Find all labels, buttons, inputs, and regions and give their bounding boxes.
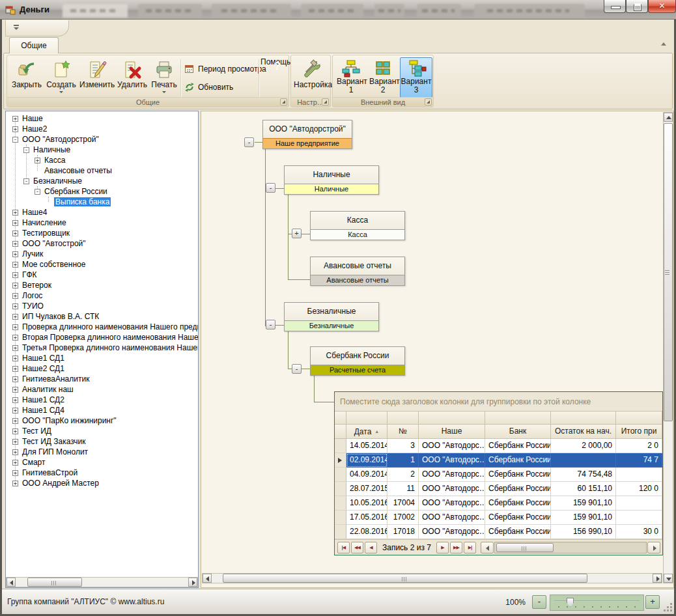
tree-expand-icon[interactable]: +	[12, 397, 18, 403]
tree-item[interactable]: +ООО "ПарКо инжиниринг"	[6, 415, 118, 426]
next-page-button[interactable]: ▶▶	[450, 542, 462, 553]
tree-expand-icon[interactable]: +	[12, 460, 18, 466]
grid-row[interactable]: 04.09.20142ООО "Автодорс…Сбербанк России…	[335, 468, 662, 482]
grid-row[interactable]: 10.05.201617004ООО "Автодорс…Сбербанк Ро…	[335, 496, 662, 511]
tree-expand-icon[interactable]: -	[12, 137, 18, 143]
print-button[interactable]: Печать	[149, 57, 179, 98]
tree-expand-icon[interactable]: +	[12, 356, 18, 361]
tree-item[interactable]: +ИП Чулаков В.А. СТК	[6, 311, 100, 322]
tree-item[interactable]: +Проверка длинного наименования Нашего п…	[6, 322, 199, 332]
tree-expand-icon[interactable]: +	[12, 283, 18, 288]
column-header-number[interactable]: №	[387, 425, 419, 439]
first-record-button[interactable]: |◀	[337, 542, 350, 553]
tree-item[interactable]: +Вторая Проверка длинного наименования Н…	[6, 332, 199, 343]
tree-item[interactable]: +Наше1 СД2	[6, 395, 66, 405]
tree-expand-icon[interactable]: +	[12, 324, 18, 330]
main-horizontal-scrollbar[interactable]	[202, 573, 662, 583]
tree-expand-icon[interactable]: +	[12, 220, 18, 226]
tree-item[interactable]: +Логос	[6, 290, 44, 301]
scroll-down-icon[interactable]	[664, 574, 673, 583]
tree-item[interactable]: +Мое собственное	[6, 259, 87, 270]
scrollbar-thumb[interactable]	[27, 578, 82, 587]
tree-expand-icon[interactable]: +	[12, 210, 18, 216]
scrollbar-thumb[interactable]	[496, 543, 554, 552]
tree-expand-icon[interactable]: +	[12, 262, 18, 268]
tree-item[interactable]: +Аналитик наш	[6, 384, 75, 395]
minimize-button[interactable]	[604, 0, 626, 13]
zoom-in-button[interactable]: +	[645, 595, 660, 609]
refresh-button[interactable]: Обновить	[184, 80, 233, 94]
diagram-node-advance-reports[interactable]: Авансовые отчеты Авансовые отчеты	[310, 257, 405, 286]
tree-expand-icon[interactable]: +	[12, 241, 18, 247]
tree-item[interactable]: +Для ГИП Монолит	[6, 447, 89, 457]
qat-customize-chevron-icon[interactable]	[13, 25, 20, 32]
tree-expand-icon[interactable]: +	[12, 387, 18, 393]
background-tab[interactable]	[474, 4, 585, 18]
background-tab[interactable]	[417, 4, 461, 18]
tree-expand-icon[interactable]: +	[12, 439, 18, 445]
tree-item[interactable]: +Тестировщик	[6, 228, 71, 238]
tree-item-selected[interactable]: Выписка банка	[6, 197, 111, 207]
tree-item[interactable]: +Лучик	[6, 249, 44, 259]
tree-horizontal-scrollbar[interactable]	[6, 577, 198, 587]
background-tab[interactable]	[374, 4, 404, 18]
tree-item[interactable]: +Наше1 СД4	[6, 405, 66, 415]
ribbon-collapse-icon[interactable]	[659, 40, 668, 48]
scroll-left-icon[interactable]	[481, 542, 494, 553]
tree-item[interactable]: +ГнитиеваСтрой	[6, 468, 79, 478]
background-tab[interactable]	[212, 4, 291, 18]
scrollbar-thumb[interactable]	[664, 123, 673, 421]
grid-row[interactable]: 22.08.201617018ООО "Автодорс…Сбербанк Ро…	[335, 525, 662, 539]
tree-expand-icon[interactable]: +	[12, 335, 18, 341]
help-button[interactable]: Помощь	[260, 57, 289, 98]
tree-expand-icon[interactable]: +	[12, 116, 18, 122]
tree-expand-icon[interactable]: +	[12, 314, 18, 320]
tree-item[interactable]: +Смарт	[6, 457, 47, 468]
scroll-left-icon[interactable]	[203, 574, 212, 583]
scroll-right-icon[interactable]	[647, 542, 660, 553]
tree-item[interactable]: +Ветерок	[6, 280, 53, 290]
dialog-launcher-icon[interactable]	[425, 98, 432, 105]
ribbon-tab-general[interactable]: Общие	[9, 37, 59, 53]
tree-item[interactable]: +ГнитиеваАналитик	[6, 374, 91, 384]
column-header-opening-balance[interactable]: Остаток на нач.	[551, 425, 616, 439]
main-vertical-scrollbar[interactable]	[663, 112, 673, 583]
column-header-total-income[interactable]: Итого при	[616, 425, 662, 439]
zoom-slider[interactable]	[550, 595, 644, 611]
zoom-out-button[interactable]: -	[532, 595, 546, 609]
node-collapse-button[interactable]: -	[292, 364, 302, 374]
node-collapse-button[interactable]: -	[266, 320, 275, 329]
variant-3-button[interactable]: Вариант 3	[400, 57, 432, 98]
tree-item[interactable]: Авансовые отчеты	[6, 165, 113, 176]
last-record-button[interactable]: ▶|	[464, 542, 476, 553]
tree-expand-icon[interactable]: +	[12, 231, 18, 236]
diagram-node-noncash[interactable]: Безналичные Безналичные	[284, 302, 379, 331]
tree-item[interactable]: +Третья Проверка длинного наименования Н…	[6, 343, 199, 353]
background-tab[interactable]	[63, 4, 128, 18]
tree-expand-icon[interactable]: +	[12, 293, 18, 299]
tree-expand-icon[interactable]: +	[12, 408, 18, 413]
tree-item[interactable]: +ООО Андрей Мастер	[6, 478, 100, 488]
tree-item[interactable]: +Наше4	[6, 207, 48, 217]
tree-expand-icon[interactable]: -	[23, 147, 29, 153]
prev-record-button[interactable]: ◀	[365, 542, 377, 553]
settings-button[interactable]: Настройка	[293, 57, 330, 98]
tree-item[interactable]: -Безналичные	[6, 176, 83, 186]
tree-item[interactable]: +Тест ИД	[6, 426, 53, 436]
tree-expand-icon[interactable]: -	[35, 189, 40, 195]
prev-page-button[interactable]: ◀◀	[351, 542, 363, 553]
tree-item[interactable]: +Наше2 СД1	[6, 363, 66, 374]
tree-expand-icon[interactable]: +	[12, 251, 18, 257]
tree-expand-icon[interactable]: +	[12, 126, 18, 132]
diagram-node-cash[interactable]: Наличные Наличные	[284, 165, 379, 195]
tree-item[interactable]: -Сбербанк России	[6, 186, 109, 197]
tree-expand-icon[interactable]: +	[12, 470, 18, 476]
edit-button[interactable]: Изменить	[79, 57, 115, 98]
node-collapse-button[interactable]: -	[244, 137, 254, 147]
next-record-button[interactable]: ▶	[436, 542, 449, 553]
create-button[interactable]: Создать	[45, 57, 77, 98]
grid-row[interactable]: 28.07.201511ООО "Автодорс…Сбербанк Росси…	[335, 482, 662, 496]
tree-expand-icon[interactable]: +	[12, 366, 18, 372]
tree-expand-icon[interactable]: +	[12, 345, 18, 351]
tree-expand-icon[interactable]: +	[12, 272, 18, 278]
